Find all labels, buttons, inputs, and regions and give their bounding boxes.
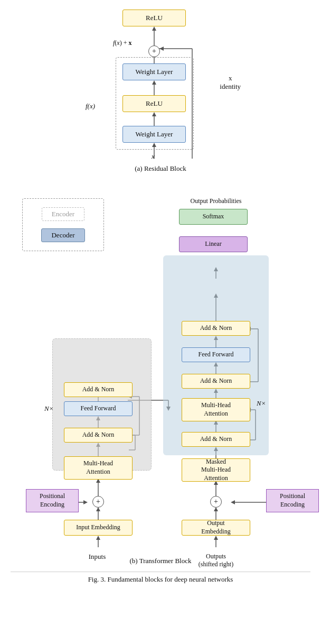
relu-top-box: ReLU — [122, 10, 186, 26]
output-embedding-box: OutputEmbedding — [182, 520, 250, 536]
svg-marker-12 — [159, 47, 164, 51]
fxplusx-label: f(x) + x — [113, 39, 131, 47]
figure-caption: Fig. 3. Fundamental blocks for deep neur… — [11, 572, 310, 584]
legend-box: Encoder Decoder — [22, 198, 104, 251]
input-embedding-box: Input Embedding — [64, 520, 133, 536]
dec-add-norm1: Add & Norn — [182, 321, 250, 336]
dec-add-norm2: Add & Norn — [182, 374, 250, 389]
residual-diagram: ReLU + Weight Layer ReLU Weight Layer f(… — [76, 5, 245, 161]
svg-marker-80 — [83, 500, 88, 504]
linear-box: Linear — [179, 236, 248, 252]
residual-dashed-box — [116, 57, 194, 150]
enc-plus-circle: + — [92, 496, 104, 508]
transformer-diagram: Encoder Decoder Output Probabilities Sof… — [13, 182, 308, 553]
svg-marker-82 — [231, 500, 235, 504]
svg-marker-78 — [214, 536, 218, 540]
softmax-box: Softmax — [179, 209, 248, 225]
plus-circle: + — [148, 45, 160, 57]
dec-feed-fwd: Feed Forward — [182, 347, 250, 362]
residual-section: ReLU + Weight Layer ReLU Weight Layer f(… — [11, 5, 310, 173]
svg-marker-76 — [96, 536, 100, 540]
residual-caption: (a) Residual Block — [135, 164, 186, 173]
pos-enc-right: PositionalEncoding — [266, 489, 319, 512]
inputs-label: Inputs — [71, 553, 124, 561]
dec-masked-mha: MaskedMulti-HeadAttention — [182, 458, 250, 482]
dec-mha: Multi-HeadAttention — [182, 398, 250, 421]
enc-add-norm1: Add & Norn — [64, 382, 133, 397]
enc-feed-fwd: Feed Forward — [64, 401, 133, 416]
enc-add-norm2: Add & Norn — [64, 428, 133, 443]
dec-plus-circle: + — [210, 496, 222, 508]
transformer-caption: (b) Transformer Block — [11, 557, 310, 565]
svg-marker-9 — [152, 26, 156, 31]
nx-enc-label: N× — [44, 404, 53, 413]
identity-label: xidentity — [220, 74, 241, 91]
svg-marker-53 — [96, 507, 100, 511]
nx-dec-label: N× — [257, 399, 266, 408]
outputs-label: Outputs(shifted right) — [182, 553, 250, 568]
dec-add-norm3: Add & Norn — [182, 432, 250, 447]
legend-encoder: Encoder — [42, 207, 84, 221]
svg-marker-14 — [214, 507, 218, 511]
pos-enc-left: PositionalEncoding — [26, 489, 79, 512]
x-bot-label: x — [152, 152, 155, 161]
output-probs-label: Output Probabilities — [182, 197, 250, 205]
relu-top-label: ReLU — [146, 14, 163, 22]
fx-label: f(x) — [86, 102, 95, 111]
transformer-section: Encoder Decoder Output Probabilities Sof… — [11, 182, 310, 565]
legend-decoder: Decoder — [41, 228, 84, 242]
enc-mha: Multi-HeadAttention — [64, 456, 133, 480]
